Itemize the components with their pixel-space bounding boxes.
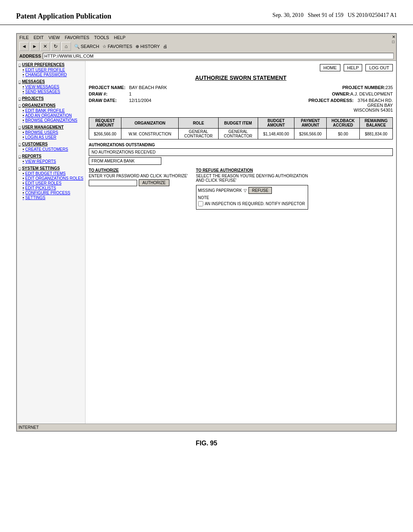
to-authorize-title: TO AUTHORIZE [89, 168, 188, 172]
fig-text: FIG. 95 [196, 440, 217, 447]
print-button[interactable]: 🖨 [163, 44, 167, 49]
budget-table: REQUESTAMOUNT ORGANIZATION ROLE BUDGET I… [89, 117, 393, 139]
sidebar-item-edit-picklists[interactable]: EDIT PICKLISTS [19, 186, 83, 190]
print-icon: 🖨 [163, 44, 167, 49]
sidebar-section-organizations: □ ORGANIZATIONS EDIT BANK PROFILE ADD AN… [19, 103, 83, 123]
back-button[interactable]: ◄ [19, 42, 29, 51]
project-info-left: PROJECT NAME: BAY BEACH PARK DRAW #: 1 D… [89, 85, 167, 114]
cell-budget-item: GENERALCONTRACTOR [218, 129, 258, 139]
password-input[interactable] [89, 180, 137, 186]
sidebar-title-organizations[interactable]: □ ORGANIZATIONS [19, 103, 83, 108]
sidebar-item-edit-user-roles[interactable]: EDIT USER ROLES [19, 181, 83, 185]
search-button[interactable]: 🔍 SEARCH [74, 44, 99, 49]
window-controls[interactable]: ✕ □ [392, 35, 395, 44]
sidebar-title-user-management[interactable]: □ USER MANAGEMENT [19, 125, 83, 129]
toggle-customers[interactable]: □ [19, 142, 21, 146]
sidebar-item-edit-org-roles[interactable]: EDIT ORGANIZATIONS ROLES [19, 176, 83, 181]
sidebar-title-messages[interactable]: □ MESSAGES [19, 79, 83, 84]
authorize-button[interactable]: AUTHORIZE [139, 179, 169, 186]
toggle-organizations[interactable]: □ [19, 104, 21, 108]
address-label: ADDRESS [19, 54, 41, 58]
favorites-button[interactable]: ☆ FAVORITES [102, 44, 132, 49]
owner-value: A.J. DEVELOPMENT [350, 91, 393, 96]
minimize-icon[interactable]: □ [392, 39, 395, 44]
col-budget-amount: BUDGETAMOUNT [258, 118, 294, 129]
menu-favorites[interactable]: FAVORITES [65, 35, 89, 40]
sidebar-item-edit-bank-profile[interactable]: EDIT BANK PROFILE [19, 108, 83, 113]
sidebar-item-configure-process[interactable]: CONFIGURE PROCESS [19, 191, 83, 195]
menu-file[interactable]: FILE [19, 35, 29, 40]
toggle-projects[interactable]: □ [19, 97, 21, 101]
browser-status-bar: INTERNET [17, 424, 396, 431]
project-number-value: 235 [386, 85, 393, 90]
cell-organization: W.M. CONSTRUCTION [121, 129, 178, 139]
sidebar-title-system-settings[interactable]: □ SYSTEM SETTINGS [19, 166, 83, 170]
to-refuse-title: TO REFUSE AUTHORIZATION [196, 168, 308, 172]
sidebar-title-projects[interactable]: □ PROJECTS [19, 96, 83, 101]
dropdown-arrow[interactable]: ▽ [244, 188, 247, 193]
sidebar-title-reports[interactable]: □ REPORTS [19, 154, 83, 158]
favorites-label: ☆ FAVORITES [102, 44, 132, 49]
draw-row: DRAW #: 1 [89, 91, 167, 96]
sidebar-item-settings[interactable]: SETTINGS [19, 195, 83, 200]
no-auth-text: NO AUTHORIZATIONS RECEIVED [92, 150, 156, 154]
history-button[interactable]: ⊕ HISTORY [136, 44, 160, 49]
address-input[interactable] [43, 53, 394, 59]
toggle-messages[interactable]: □ [19, 80, 21, 84]
toggle-user-preferences[interactable]: □ [19, 63, 21, 67]
logout-button[interactable]: LOG OUT [365, 64, 393, 71]
refuse-button[interactable]: REFUSE [248, 187, 272, 194]
no-auth-received: NO AUTHORIZATIONS RECEIVED [89, 148, 393, 156]
tool-buttons: 🔍 SEARCH ☆ FAVORITES ⊕ HISTORY 🖨 [74, 44, 167, 49]
figure-label: FIG. 95 [0, 440, 413, 447]
menu-edit[interactable]: EDIT [33, 35, 44, 40]
project-address-value: 3764 BEACH RD. GREEN BAY WISCONSIN 54301 [354, 98, 393, 112]
patent-header: Patent Application Publication Sep. 30, … [0, 0, 413, 25]
toggle-user-management[interactable]: □ [19, 125, 21, 129]
sidebar-title-user-preferences[interactable]: □ USER PREFERENCES [19, 62, 83, 67]
col-budget-item: BUDGET ITEM [218, 118, 258, 129]
sidebar-item-edit-user-profile[interactable]: EDIT USER PROFILE [19, 68, 83, 72]
close-icon[interactable]: ✕ [392, 35, 395, 39]
patent-info: Sep. 30, 2010 Sheet 91 of 159 US 2010/02… [273, 12, 397, 19]
browser-window: ✕ □ FILE EDIT VIEW FAVORITES TOOLS HELP … [16, 33, 397, 432]
owner-row: OWNER: A.J. DEVELOPMENT [309, 91, 393, 96]
sidebar-item-browse-users[interactable]: BROWSE USERS [19, 130, 83, 135]
sidebar-section-projects: □ PROJECTS [19, 96, 83, 101]
help-button[interactable]: HELP [344, 64, 363, 71]
menu-tools[interactable]: TOOLS [94, 35, 109, 40]
home-button[interactable]: ⌂ [61, 42, 71, 51]
toggle-system-settings[interactable]: □ [19, 166, 21, 170]
address-bar-row: ADDRESS [19, 52, 394, 60]
sidebar-item-add-organization[interactable]: ADD AN ORGANIZATION [19, 113, 83, 118]
forward-button[interactable]: ► [30, 42, 40, 51]
sidebar-item-change-password[interactable]: CHANGE PASSWORD [19, 73, 83, 77]
sidebar-title-customers[interactable]: □ CUSTOMERS [19, 142, 83, 146]
home-button-main[interactable]: HOME [320, 64, 340, 71]
main-panel: HOME HELP LOG OUT AUTHORIZE SWORN STATEM… [86, 61, 396, 424]
nav-buttons: ◄ ► ✕ ↻ ⌂ [19, 42, 71, 51]
inspection-checkbox[interactable] [198, 201, 203, 206]
top-bar: HOME HELP LOG OUT [89, 64, 393, 71]
sidebar-item-edit-budget-items[interactable]: EDIT BUDGET ITEMS [19, 171, 83, 176]
search-label: SEARCH [81, 44, 99, 49]
refresh-button[interactable]: ↻ [51, 42, 60, 51]
sidebar-item-browse-organizations[interactable]: BROWSE ORGANIZATIONS [19, 118, 83, 123]
toggle-reports[interactable]: □ [19, 154, 21, 158]
sidebar: □ USER PREFERENCES EDIT USER PROFILE CHA… [17, 61, 86, 424]
draw-value: 1 [129, 91, 131, 96]
sidebar-item-send-messages[interactable]: SEND MESSAGES [19, 89, 83, 94]
stop-button[interactable]: ✕ [40, 42, 50, 51]
browser-toolbar: ◄ ► ✕ ↻ ⌂ 🔍 SEARCH ☆ FAVORITES ⊕ HISTORY [19, 41, 394, 52]
menu-view[interactable]: VIEW [48, 35, 60, 40]
sidebar-item-login-as-user[interactable]: LOGIN AS USER [19, 135, 83, 139]
sidebar-item-create-customers[interactable]: CREATE CUSTOMERS [19, 147, 83, 152]
project-number-label: PROJECT NUMBER: [342, 85, 386, 90]
sidebar-item-view-messages[interactable]: VIEW MESSAGES [19, 85, 83, 89]
col-organization: ORGANIZATION [121, 118, 178, 129]
cell-budget-amount: $1,148,400.00 [258, 129, 294, 139]
menu-help[interactable]: HELP [114, 35, 125, 40]
sidebar-item-view-reports[interactable]: VIEW REPORTS [19, 159, 83, 164]
project-name-row: PROJECT NAME: BAY BEACH PARK [89, 85, 167, 90]
col-remaining-balance: REMAININGBALANCE [360, 118, 393, 129]
